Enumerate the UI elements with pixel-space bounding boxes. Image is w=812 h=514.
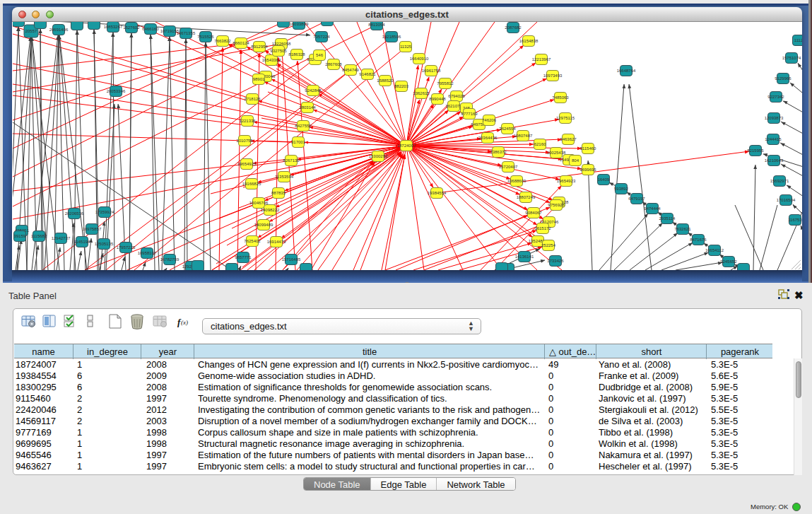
svg-text:8990448: 8990448 <box>429 97 446 101</box>
svg-text:14098222: 14098222 <box>261 208 280 212</box>
svg-text:19218506: 19218506 <box>382 35 401 39</box>
svg-text:3624554: 3624554 <box>499 127 516 131</box>
svg-text:2935114: 2935114 <box>659 216 676 221</box>
svg-text:98901: 98901 <box>253 77 265 81</box>
svg-text:9242848: 9242848 <box>305 88 322 93</box>
svg-text:16782759: 16782759 <box>160 257 180 262</box>
svg-text:20557: 20557 <box>25 29 37 33</box>
svg-text:16543362: 16543362 <box>262 58 281 62</box>
svg-text:10688609: 10688609 <box>507 179 526 183</box>
svg-text:9777169: 9777169 <box>461 112 478 116</box>
svg-text:9227342: 9227342 <box>767 95 784 99</box>
svg-text:1112: 1112 <box>794 38 802 42</box>
svg-text:9657771: 9657771 <box>235 255 252 259</box>
svg-text:19166825: 19166825 <box>242 182 261 186</box>
svg-text:11353594: 11353594 <box>275 175 294 179</box>
svg-text:1221336: 1221336 <box>239 119 256 123</box>
svg-text:6479197: 6479197 <box>628 197 645 201</box>
svg-text:10025438: 10025438 <box>547 151 566 155</box>
svg-text:887835: 887835 <box>271 191 286 195</box>
svg-text:20206536: 20206536 <box>65 211 84 216</box>
svg-text:7357224: 7357224 <box>313 35 330 39</box>
svg-text:18807249: 18807249 <box>517 195 536 199</box>
svg-text:9129966: 9129966 <box>775 76 792 81</box>
svg-text:8813054: 8813054 <box>368 23 385 27</box>
svg-text:8660124: 8660124 <box>233 41 249 45</box>
svg-text:16671355: 16671355 <box>177 31 196 35</box>
svg-text:1244415: 1244415 <box>765 137 782 141</box>
svg-text:8267130: 8267130 <box>283 158 300 163</box>
svg-text:9756928: 9756928 <box>548 203 565 207</box>
svg-text:8471676: 8471676 <box>690 238 707 242</box>
svg-text:804: 804 <box>572 158 579 163</box>
svg-text:9327505: 9327505 <box>270 49 287 53</box>
svg-text:15692971: 15692971 <box>770 179 789 183</box>
svg-text:20053346: 20053346 <box>107 89 126 93</box>
svg-text:16961758: 16961758 <box>422 69 441 73</box>
svg-text:10853267: 10853267 <box>104 25 123 29</box>
svg-text:9245652: 9245652 <box>720 259 737 264</box>
svg-text:15716485: 15716485 <box>282 257 301 262</box>
svg-text:7625402: 7625402 <box>244 239 261 243</box>
svg-text:7485063: 7485063 <box>552 95 569 100</box>
svg-text:16640910: 16640910 <box>410 57 429 61</box>
svg-text:8454749: 8454749 <box>342 68 359 72</box>
svg-text:8912954: 8912954 <box>251 45 268 49</box>
svg-text:1145194: 1145194 <box>74 240 91 244</box>
svg-text:15720407: 15720407 <box>499 165 518 169</box>
svg-text:7955812: 7955812 <box>437 81 454 86</box>
svg-text:39159: 39159 <box>14 234 26 238</box>
svg-text:10975857: 10975857 <box>83 227 102 231</box>
svg-text:1010755: 1010755 <box>236 139 253 143</box>
svg-text:12213967: 12213967 <box>532 57 551 62</box>
svg-text:1115682: 1115682 <box>31 234 47 238</box>
svg-text:2867608: 2867608 <box>325 62 342 66</box>
svg-text:11325: 11325 <box>400 45 412 49</box>
svg-text:17016504: 17016504 <box>777 198 796 202</box>
svg-text:19654925: 19654925 <box>237 162 257 166</box>
svg-text:19654923: 19654923 <box>557 179 576 183</box>
svg-text:14099489: 14099489 <box>254 223 273 227</box>
svg-text:12975115: 12975115 <box>556 116 575 120</box>
svg-text:12942737: 12942737 <box>52 236 71 240</box>
svg-text:8186328: 8186328 <box>288 52 305 57</box>
svg-text:9084067: 9084067 <box>525 211 542 215</box>
svg-text:16914479: 16914479 <box>267 240 286 244</box>
svg-text:16154838: 16154838 <box>519 39 539 43</box>
svg-text:15751074: 15751074 <box>782 56 801 60</box>
svg-text:252254: 252254 <box>541 243 556 247</box>
svg-text:1733426: 1733426 <box>547 259 564 263</box>
svg-text:9115460: 9115460 <box>580 146 597 151</box>
svg-text:882203: 882203 <box>394 84 409 88</box>
svg-text:20364436: 20364436 <box>478 136 498 140</box>
svg-text:10973493: 10973493 <box>543 74 563 78</box>
svg-text:116753: 116753 <box>788 218 802 222</box>
svg-text:16409: 16409 <box>598 177 610 182</box>
svg-text:14136141: 14136141 <box>515 255 534 259</box>
svg-text:8427552: 8427552 <box>295 124 312 128</box>
svg-text:19384554: 19384554 <box>428 191 447 195</box>
svg-text:17359924: 17359924 <box>95 210 114 214</box>
svg-text:7663822: 7663822 <box>214 39 231 43</box>
svg-text:12505135: 12505135 <box>95 242 114 246</box>
svg-text:7386372: 7386372 <box>490 150 507 154</box>
svg-text:1527602: 1527602 <box>123 25 140 30</box>
svg-text:10958107: 10958107 <box>138 251 157 255</box>
svg-text:7632621: 7632621 <box>674 227 691 231</box>
svg-text:317001: 317001 <box>291 140 306 144</box>
svg-text:1621072: 1621072 <box>445 104 462 108</box>
svg-text:8215955: 8215955 <box>747 148 764 153</box>
svg-text:(x): (x) <box>181 319 188 326</box>
svg-text:746206: 746206 <box>482 118 497 122</box>
svg-text:10807487: 10807487 <box>514 134 533 138</box>
svg-text:10654112: 10654112 <box>705 248 724 252</box>
svg-text:9146821: 9146821 <box>359 72 376 76</box>
svg-text:546: 546 <box>316 53 324 57</box>
svg-text:6466160: 6466160 <box>142 27 159 31</box>
svg-text:20691406: 20691406 <box>49 28 69 32</box>
svg-text:6794028: 6794028 <box>448 94 465 98</box>
svg-text:18724007: 18724007 <box>397 144 416 148</box>
svg-text:593892: 593892 <box>614 187 629 191</box>
svg-text:16210643: 16210643 <box>765 158 784 163</box>
svg-text:15300293: 15300293 <box>369 154 388 158</box>
